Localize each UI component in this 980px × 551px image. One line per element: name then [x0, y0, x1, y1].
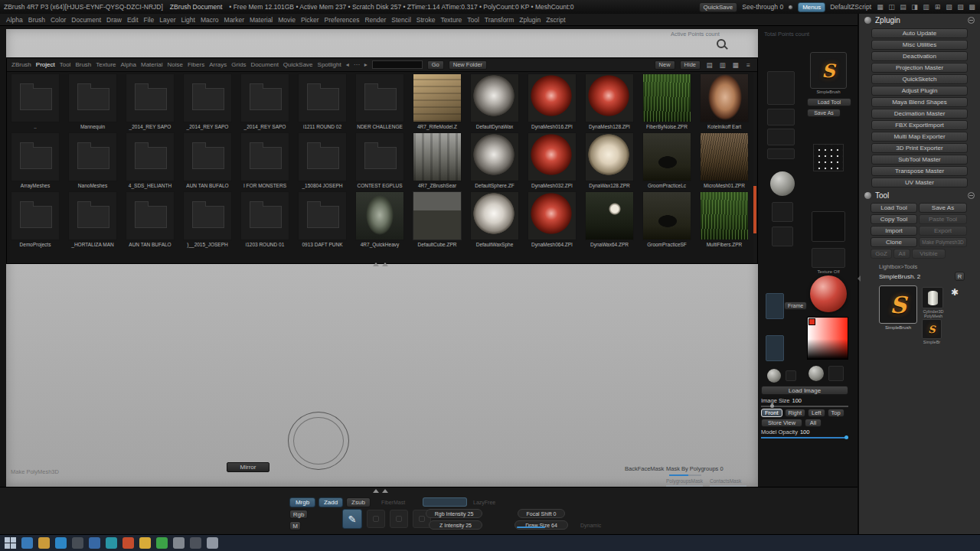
more-dots-icon[interactable]: ⋯: [354, 61, 360, 68]
lightbox-collapse-handle[interactable]: [373, 262, 388, 266]
titlebar-icon[interactable]: ▨: [956, 3, 965, 11]
shelf-tile[interactable]: [767, 148, 795, 159]
shelf-tile-blue[interactable]: [766, 335, 784, 361]
lightbox-item[interactable]: Kotelnikoff Eart: [700, 73, 749, 131]
titlebar-icon[interactable]: ▥: [922, 3, 930, 11]
lightbox-item[interactable]: ArrayMeshes: [11, 132, 60, 190]
copy-tool-button[interactable]: Copy Tool: [871, 214, 917, 224]
current-tool-tile[interactable]: S: [810, 52, 847, 89]
new-folder-button[interactable]: New Folder: [449, 60, 487, 70]
stroke-dots-tile[interactable]: [813, 144, 844, 171]
lightbox-item[interactable]: DefaultCube.ZPR: [413, 191, 462, 249]
zplugin-item-button[interactable]: UV Master: [871, 178, 968, 187]
lightbox-item[interactable]: i1211 ROUND 02: [298, 73, 347, 131]
zadd-button[interactable]: Zadd: [318, 497, 343, 507]
lightbox-item[interactable]: DynaMesh128.ZPI: [585, 73, 634, 131]
lightbox-item-thumbnail[interactable]: [355, 191, 404, 240]
lightbox-item-thumbnail[interactable]: [585, 132, 634, 181]
texture-tile[interactable]: [812, 248, 845, 268]
material-redwax-icon[interactable]: [810, 276, 847, 312]
lightbox-item[interactable]: i1203 ROUND 01: [240, 191, 289, 249]
zplugin-item-button[interactable]: Maya Blend Shapes: [871, 97, 968, 107]
lightbox-item[interactable]: _150804 JOSEPH: [298, 132, 347, 190]
lightbox-item[interactable]: DynaMesh016.ZPI: [528, 73, 577, 131]
menu-item[interactable]: Stroke: [416, 16, 436, 24]
lightbox-item-thumbnail[interactable]: [642, 73, 691, 122]
lightbox-item-thumbnail[interactable]: [413, 132, 462, 181]
lightbox-item[interactable]: GroomPracticeSF: [642, 191, 691, 249]
lightbox-item-thumbnail[interactable]: [11, 73, 60, 122]
zplugin-item-button[interactable]: Auto Update: [871, 28, 968, 38]
lightbox-item-thumbnail[interactable]: [240, 73, 289, 122]
lightbox-item-thumbnail[interactable]: [642, 191, 691, 240]
lightbox-item[interactable]: DefaultDynaWax: [470, 73, 519, 131]
tool-thumb-simplebrush-2[interactable]: S: [922, 319, 942, 339]
lightbox-item[interactable]: _2014_REY SAPO: [183, 73, 232, 131]
zplugin-item-button[interactable]: Projection Master: [871, 63, 968, 73]
view-mode-icon[interactable]: ▤: [705, 61, 714, 69]
star-icon[interactable]: ✱: [951, 287, 959, 298]
lightbox-tab[interactable]: Project: [36, 61, 55, 68]
rgb-button[interactable]: Rgb: [289, 510, 308, 519]
save-as-button[interactable]: Save As: [919, 203, 967, 213]
zplugin-item-button[interactable]: Decimation Master: [871, 109, 968, 119]
lightbox-item-thumbnail[interactable]: [298, 73, 347, 122]
menu-item[interactable]: Edit: [127, 16, 139, 24]
lightbox-item-thumbnail[interactable]: [298, 191, 347, 240]
taskbar-app-icon[interactable]: [106, 537, 117, 549]
draw-mode-button[interactable]: ✎: [342, 509, 362, 529]
color-sphere-icon[interactable]: [767, 369, 781, 383]
zplugin-item-button[interactable]: 3D Print Exporter: [871, 143, 968, 153]
lightbox-tab[interactable]: Alpha: [121, 61, 136, 68]
lightbox-item-thumbnail[interactable]: [183, 132, 232, 181]
lightbox-item-thumbnail[interactable]: [298, 132, 347, 181]
lightbox-item-thumbnail[interactable]: [11, 191, 60, 240]
go-button[interactable]: Go: [427, 60, 444, 70]
restore-config-button[interactable]: R: [955, 272, 965, 281]
scale-mode-button[interactable]: [390, 510, 408, 528]
lightbox-item[interactable]: DefaultSphere.ZF: [470, 132, 519, 190]
bottom-shelf-handle[interactable]: [373, 489, 388, 493]
shelf-tile[interactable]: [767, 129, 795, 145]
brush-preview-tile[interactable]: [767, 71, 795, 105]
zplugin-item-button[interactable]: QuickSketch: [871, 74, 968, 84]
zsub-button[interactable]: Zsub: [346, 497, 371, 507]
lightbox-tab[interactable]: Grids: [231, 61, 246, 68]
lightbox-path-input[interactable]: [372, 60, 423, 69]
lightbox-item[interactable]: MicroMesh01.ZPR: [700, 132, 749, 190]
quicksave-button[interactable]: QuickSave: [699, 2, 738, 12]
zplugin-item-button[interactable]: Transpose Master: [871, 166, 968, 176]
lightbox-item-thumbnail[interactable]: [700, 132, 749, 181]
lightbox-tab[interactable]: Spotlight: [318, 61, 341, 68]
lightbox-item[interactable]: )__2015_JOSEPH: [183, 191, 232, 249]
see-through-knob[interactable]: [788, 5, 793, 10]
menu-item[interactable]: Marker: [224, 16, 244, 24]
default-zscript-label[interactable]: DefaultZScript: [830, 3, 871, 11]
rgb-intensity-slider[interactable]: Rgb Intensity 25: [426, 509, 482, 518]
lightbox-item[interactable]: MultiFibers.ZPR: [700, 191, 749, 249]
lightbox-item-thumbnail[interactable]: [68, 73, 117, 122]
menu-item[interactable]: Render: [364, 16, 386, 24]
menu-item[interactable]: Transform: [485, 16, 514, 24]
hide-button[interactable]: Hide: [680, 60, 701, 70]
lightbox-item-thumbnail[interactable]: [355, 73, 404, 122]
lightbox-item[interactable]: I FOR MONSTERS: [240, 132, 289, 190]
lightbox-item-thumbnail[interactable]: [585, 191, 634, 240]
titlebar-icon[interactable]: ▤: [899, 3, 907, 11]
palette-menu-icon[interactable]: [968, 192, 975, 199]
lightbox-item[interactable]: DynaWax64.ZPR: [585, 191, 634, 249]
lightbox-item[interactable]: AUN TAN BUFALO: [183, 132, 232, 190]
menus-button[interactable]: Menus: [798, 2, 825, 12]
lightbox-tab[interactable]: QuickSave: [283, 61, 313, 68]
lightbox-item[interactable]: NanoMeshes: [68, 132, 117, 190]
new-button[interactable]: New: [655, 60, 675, 70]
menu-item[interactable]: Color: [51, 16, 66, 24]
image-size-slider[interactable]: [761, 406, 848, 407]
back-icon[interactable]: ◂: [346, 61, 349, 68]
lightbox-item-thumbnail[interactable]: [528, 73, 577, 122]
palette-menu-icon[interactable]: [968, 17, 975, 24]
load-image-button[interactable]: Load Image: [761, 386, 848, 395]
lightbox-item-thumbnail[interactable]: [68, 191, 117, 240]
lightbox-item-thumbnail[interactable]: [126, 191, 175, 240]
taskbar-app-icon[interactable]: [21, 537, 33, 549]
